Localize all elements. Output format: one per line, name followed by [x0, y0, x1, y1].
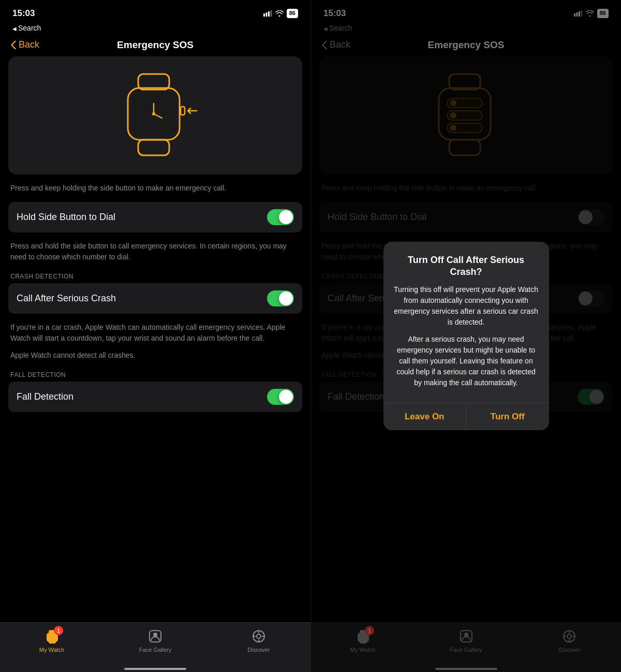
discover-icon-wrap-left [250, 628, 267, 645]
watch-description-left: Press and keep holding the side button t… [8, 183, 302, 202]
nav-title-left: Emergency SOS [117, 39, 194, 51]
discover-icon-left [252, 629, 266, 644]
svg-point-17 [153, 633, 157, 637]
status-time-left: 15:03 [12, 8, 35, 19]
modal-overlay-right[interactable]: Turn Off Call After Serious Crash? Turni… [311, 0, 621, 672]
hold-side-button-label-left: Hold Side Button to Dial [17, 212, 115, 223]
hold-side-button-section-left: Hold Side Button to Dial [8, 202, 302, 232]
my-watch-label-left: My Watch [39, 647, 65, 653]
svg-rect-2 [268, 11, 270, 17]
svg-rect-15 [49, 640, 56, 644]
tab-face-gallery-left[interactable]: Face Gallery [103, 628, 207, 653]
face-gallery-icon-left [148, 629, 162, 644]
svg-rect-3 [270, 10, 272, 17]
modal-actions: Leave On Turn Off [383, 403, 549, 430]
fall-section-label-left: FALL DETECTION [8, 363, 302, 382]
scroll-content-left[interactable]: Press and keep holding the side button t… [0, 56, 310, 622]
left-phone-screen: 15:03 86 Search Back Emerg [0, 0, 310, 672]
face-gallery-icon-wrap-left [147, 628, 164, 645]
tab-bar-left: 1 My Watch Face Gallery [0, 622, 310, 668]
nav-back-left[interactable]: Back [10, 39, 39, 50]
svg-rect-11 [181, 107, 185, 115]
my-watch-icon-wrap-left: 1 [43, 628, 60, 645]
fall-section-left: Fall Detection [8, 382, 302, 412]
face-gallery-label-left: Face Gallery [139, 647, 171, 653]
wifi-icon-left [275, 10, 284, 17]
back-chevron-left [10, 40, 17, 50]
battery-left: 86 [287, 9, 298, 18]
fall-toggle-left[interactable] [267, 389, 294, 405]
turn-off-button[interactable]: Turn Off [466, 403, 549, 430]
hold-side-button-toggle-left[interactable] [267, 209, 294, 225]
svg-point-9 [152, 112, 155, 115]
crash-label-left: Call After Serious Crash [17, 293, 116, 304]
crash-section-left: Call After Serious Crash [8, 283, 302, 314]
modal-paragraph1: Turning this off will prevent your Apple… [394, 284, 539, 328]
watch-card-left [8, 56, 302, 174]
search-bar-left: Search [0, 23, 310, 35]
fall-knob-left [279, 390, 293, 404]
status-icons-left: 86 [263, 9, 298, 18]
crash-description-left: If you're in a car crash, Apple Watch ca… [8, 318, 302, 346]
hold-side-button-row-left[interactable]: Hold Side Button to Dial [8, 202, 302, 232]
svg-rect-10 [138, 140, 169, 155]
fall-label-left: Fall Detection [17, 391, 73, 402]
crash-knob-left [279, 291, 293, 305]
search-back-left[interactable]: Search [12, 24, 41, 32]
modal-paragraph2: After a serious crash, you may need emer… [394, 334, 539, 388]
modal-body: Turn Off Call After Serious Crash? Turni… [383, 242, 549, 403]
home-indicator-left [0, 668, 310, 672]
nav-header-left: Back Emergency SOS [0, 35, 310, 56]
svg-rect-0 [263, 13, 265, 17]
fall-row-left[interactable]: Fall Detection [8, 382, 302, 412]
hold-side-description-left: Press and hold the side button to call e… [8, 237, 302, 265]
status-bar-left: 15:03 86 [0, 0, 310, 23]
home-bar-left [124, 668, 186, 670]
my-watch-badge-left: 1 [54, 626, 63, 635]
discover-label-left: Discover [248, 647, 270, 653]
modal-title: Turn Off Call After Serious Crash? [394, 254, 539, 279]
watch-svg-left [106, 71, 204, 159]
crash-note-left: Apple Watch cannot detect all crashes. [8, 346, 302, 363]
hold-side-button-knob-left [279, 210, 293, 224]
svg-rect-1 [265, 12, 267, 17]
crash-toggle-left[interactable] [267, 290, 294, 306]
tab-discover-left[interactable]: Discover [207, 628, 310, 653]
svg-point-19 [257, 634, 261, 638]
turn-off-dialog: Turn Off Call After Serious Crash? Turni… [383, 242, 549, 431]
leave-on-button[interactable]: Leave On [383, 403, 466, 430]
right-phone-screen: 15:03 86 Search Back Emerg [310, 0, 621, 672]
watch-illustration-left [103, 69, 207, 162]
crash-row-left[interactable]: Call After Serious Crash [8, 283, 302, 314]
tab-my-watch-left[interactable]: 1 My Watch [0, 628, 103, 653]
crash-section-label-left: CRASH DETECTION [8, 265, 302, 283]
signal-icon-left [263, 10, 272, 17]
